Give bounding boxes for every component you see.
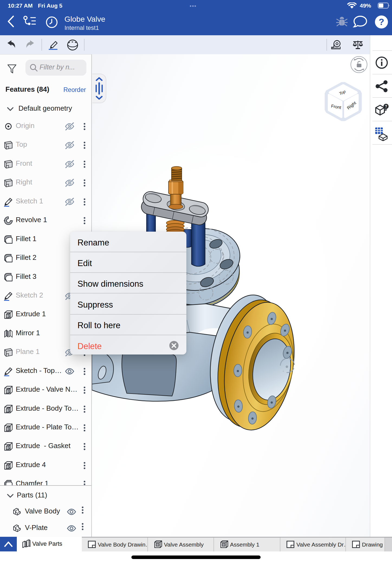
svg-text:?: ? (385, 104, 387, 108)
svg-text:?: ? (379, 17, 384, 27)
